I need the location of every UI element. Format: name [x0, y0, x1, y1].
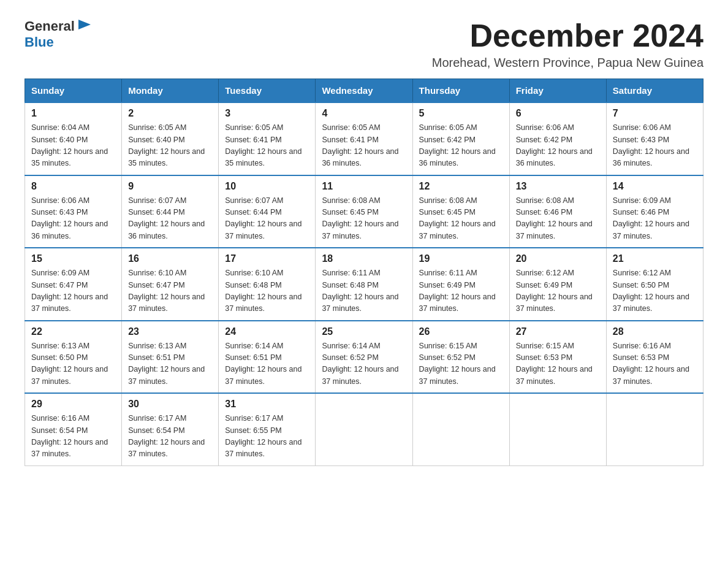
- day-info: Sunrise: 6:07 AMSunset: 6:44 PMDaylight:…: [225, 196, 301, 240]
- day-number: 10: [225, 181, 309, 192]
- day-number: 17: [225, 253, 309, 264]
- day-info: Sunrise: 6:06 AMSunset: 6:42 PMDaylight:…: [516, 123, 593, 167]
- logo-general-text: General: [25, 18, 75, 34]
- day-number: 29: [31, 399, 115, 410]
- day-number: 30: [128, 399, 212, 410]
- page-header: General Blue December 2024 Morehead, Wes…: [25, 18, 703, 70]
- calendar-cell: 4 Sunrise: 6:05 AMSunset: 6:41 PMDayligh…: [316, 102, 412, 175]
- day-info: Sunrise: 6:12 AMSunset: 6:50 PMDaylight:…: [613, 269, 689, 313]
- calendar-cell: 25 Sunrise: 6:14 AMSunset: 6:52 PMDaylig…: [316, 321, 412, 394]
- calendar-cell: 17 Sunrise: 6:10 AMSunset: 6:48 PMDaylig…: [219, 248, 316, 321]
- day-number: 11: [322, 181, 406, 192]
- day-number: 8: [31, 181, 115, 192]
- day-info: Sunrise: 6:14 AMSunset: 6:52 PMDaylight:…: [322, 342, 398, 386]
- day-info: Sunrise: 6:15 AMSunset: 6:53 PMDaylight:…: [516, 342, 593, 386]
- day-info: Sunrise: 6:13 AMSunset: 6:50 PMDaylight:…: [31, 342, 108, 386]
- calendar-cell: [509, 393, 606, 465]
- day-info: Sunrise: 6:11 AMSunset: 6:49 PMDaylight:…: [419, 269, 496, 313]
- day-info: Sunrise: 6:10 AMSunset: 6:47 PMDaylight:…: [128, 269, 205, 313]
- calendar-cell: 6 Sunrise: 6:06 AMSunset: 6:42 PMDayligh…: [509, 102, 606, 175]
- day-info: Sunrise: 6:08 AMSunset: 6:46 PMDaylight:…: [516, 196, 593, 240]
- day-info: Sunrise: 6:17 AMSunset: 6:55 PMDaylight:…: [225, 414, 301, 458]
- day-number: 18: [322, 253, 406, 264]
- day-number: 21: [613, 253, 697, 264]
- title-block: December 2024 Morehead, Western Province…: [432, 18, 703, 70]
- calendar-cell: 31 Sunrise: 6:17 AMSunset: 6:55 PMDaylig…: [219, 393, 316, 465]
- day-info: Sunrise: 6:16 AMSunset: 6:54 PMDaylight:…: [31, 414, 108, 458]
- weekday-header-monday: Monday: [122, 79, 219, 103]
- calendar-cell: 8 Sunrise: 6:06 AMSunset: 6:43 PMDayligh…: [25, 175, 122, 248]
- day-number: 13: [516, 181, 600, 192]
- day-info: Sunrise: 6:10 AMSunset: 6:48 PMDaylight:…: [225, 269, 301, 313]
- calendar-cell: 28 Sunrise: 6:16 AMSunset: 6:53 PMDaylig…: [606, 321, 703, 394]
- calendar-cell: 22 Sunrise: 6:13 AMSunset: 6:50 PMDaylig…: [25, 321, 122, 394]
- day-info: Sunrise: 6:05 AMSunset: 6:41 PMDaylight:…: [322, 123, 398, 167]
- calendar-cell: 12 Sunrise: 6:08 AMSunset: 6:45 PMDaylig…: [412, 175, 509, 248]
- day-number: 24: [225, 326, 309, 337]
- calendar-cell: 26 Sunrise: 6:15 AMSunset: 6:52 PMDaylig…: [412, 321, 509, 394]
- day-number: 3: [225, 108, 309, 119]
- day-number: 2: [128, 108, 212, 119]
- day-info: Sunrise: 6:15 AMSunset: 6:52 PMDaylight:…: [419, 342, 496, 386]
- weekday-header-wednesday: Wednesday: [316, 79, 412, 103]
- day-info: Sunrise: 6:05 AMSunset: 6:41 PMDaylight:…: [225, 123, 301, 167]
- day-number: 19: [419, 253, 503, 264]
- day-info: Sunrise: 6:09 AMSunset: 6:46 PMDaylight:…: [613, 196, 689, 240]
- calendar-cell: 14 Sunrise: 6:09 AMSunset: 6:46 PMDaylig…: [606, 175, 703, 248]
- calendar-table: SundayMondayTuesdayWednesdayThursdayFrid…: [25, 79, 703, 466]
- day-info: Sunrise: 6:06 AMSunset: 6:43 PMDaylight:…: [613, 123, 689, 167]
- calendar-cell: 27 Sunrise: 6:15 AMSunset: 6:53 PMDaylig…: [509, 321, 606, 394]
- weekday-header-thursday: Thursday: [412, 79, 509, 103]
- day-info: Sunrise: 6:07 AMSunset: 6:44 PMDaylight:…: [128, 196, 205, 240]
- calendar-cell: 21 Sunrise: 6:12 AMSunset: 6:50 PMDaylig…: [606, 248, 703, 321]
- day-info: Sunrise: 6:14 AMSunset: 6:51 PMDaylight:…: [225, 342, 301, 386]
- calendar-cell: 9 Sunrise: 6:07 AMSunset: 6:44 PMDayligh…: [122, 175, 219, 248]
- day-info: Sunrise: 6:16 AMSunset: 6:53 PMDaylight:…: [613, 342, 689, 386]
- day-number: 14: [613, 181, 697, 192]
- weekday-header-tuesday: Tuesday: [219, 79, 316, 103]
- calendar-cell: 19 Sunrise: 6:11 AMSunset: 6:49 PMDaylig…: [412, 248, 509, 321]
- day-number: 6: [516, 108, 600, 119]
- calendar-cell: 7 Sunrise: 6:06 AMSunset: 6:43 PMDayligh…: [606, 102, 703, 175]
- calendar-week-row: 1 Sunrise: 6:04 AMSunset: 6:40 PMDayligh…: [25, 102, 703, 175]
- day-number: 12: [419, 181, 503, 192]
- calendar-week-row: 29 Sunrise: 6:16 AMSunset: 6:54 PMDaylig…: [25, 393, 703, 465]
- day-number: 15: [31, 253, 115, 264]
- day-info: Sunrise: 6:08 AMSunset: 6:45 PMDaylight:…: [419, 196, 496, 240]
- day-info: Sunrise: 6:17 AMSunset: 6:54 PMDaylight:…: [128, 414, 205, 458]
- day-number: 9: [128, 181, 212, 192]
- day-number: 16: [128, 253, 212, 264]
- svg-marker-0: [78, 20, 91, 29]
- calendar-cell: 5 Sunrise: 6:05 AMSunset: 6:42 PMDayligh…: [412, 102, 509, 175]
- day-info: Sunrise: 6:13 AMSunset: 6:51 PMDaylight:…: [128, 342, 205, 386]
- calendar-cell: 20 Sunrise: 6:12 AMSunset: 6:49 PMDaylig…: [509, 248, 606, 321]
- day-info: Sunrise: 6:06 AMSunset: 6:43 PMDaylight:…: [31, 196, 108, 240]
- calendar-cell: 11 Sunrise: 6:08 AMSunset: 6:45 PMDaylig…: [316, 175, 412, 248]
- day-number: 28: [613, 326, 697, 337]
- calendar-cell: 23 Sunrise: 6:13 AMSunset: 6:51 PMDaylig…: [122, 321, 219, 394]
- calendar-cell: 2 Sunrise: 6:05 AMSunset: 6:40 PMDayligh…: [122, 102, 219, 175]
- day-number: 27: [516, 326, 600, 337]
- calendar-cell: 30 Sunrise: 6:17 AMSunset: 6:54 PMDaylig…: [122, 393, 219, 465]
- calendar-week-row: 15 Sunrise: 6:09 AMSunset: 6:47 PMDaylig…: [25, 248, 703, 321]
- logo-triangle-icon: [76, 16, 93, 33]
- weekday-header-saturday: Saturday: [606, 79, 703, 103]
- logo: General Blue: [25, 18, 93, 50]
- calendar-cell: 3 Sunrise: 6:05 AMSunset: 6:41 PMDayligh…: [219, 102, 316, 175]
- day-number: 5: [419, 108, 503, 119]
- calendar-cell: 24 Sunrise: 6:14 AMSunset: 6:51 PMDaylig…: [219, 321, 316, 394]
- day-number: 4: [322, 108, 406, 119]
- day-info: Sunrise: 6:08 AMSunset: 6:45 PMDaylight:…: [322, 196, 398, 240]
- calendar-cell: 1 Sunrise: 6:04 AMSunset: 6:40 PMDayligh…: [25, 102, 122, 175]
- calendar-cell: [412, 393, 509, 465]
- day-number: 31: [225, 399, 309, 410]
- calendar-week-row: 22 Sunrise: 6:13 AMSunset: 6:50 PMDaylig…: [25, 321, 703, 394]
- calendar-cell: 16 Sunrise: 6:10 AMSunset: 6:47 PMDaylig…: [122, 248, 219, 321]
- calendar-cell: 15 Sunrise: 6:09 AMSunset: 6:47 PMDaylig…: [25, 248, 122, 321]
- day-info: Sunrise: 6:05 AMSunset: 6:42 PMDaylight:…: [419, 123, 496, 167]
- calendar-cell: 13 Sunrise: 6:08 AMSunset: 6:46 PMDaylig…: [509, 175, 606, 248]
- day-info: Sunrise: 6:12 AMSunset: 6:49 PMDaylight:…: [516, 269, 593, 313]
- calendar-cell: [606, 393, 703, 465]
- calendar-cell: 10 Sunrise: 6:07 AMSunset: 6:44 PMDaylig…: [219, 175, 316, 248]
- day-number: 25: [322, 326, 406, 337]
